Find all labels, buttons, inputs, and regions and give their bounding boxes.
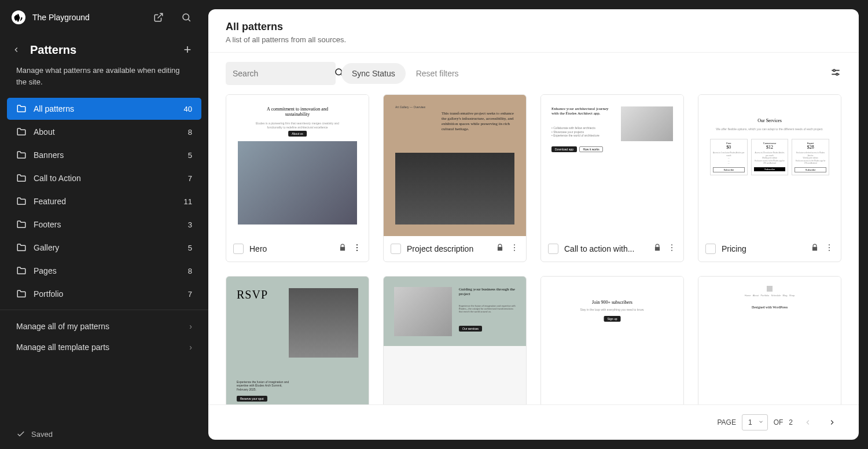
pattern-title: Pricing — [722, 244, 805, 253]
folder-icon — [16, 104, 27, 114]
svg-point-11 — [514, 247, 515, 248]
pattern-card-footer: Hero — [226, 236, 369, 262]
patterns-grid: A commitment to innovation andsustainabi… — [226, 94, 841, 404]
check-icon — [16, 429, 25, 439]
prev-page-button[interactable] — [799, 413, 817, 432]
nav-label: Featured — [34, 197, 177, 206]
svg-point-15 — [671, 250, 672, 251]
nav-count: 7 — [188, 174, 192, 183]
pattern-card[interactable]: Home About Portfolio Schedule Blog Shop … — [698, 276, 841, 404]
pattern-preview: Our Services We offer flexible options, … — [698, 95, 841, 236]
chevron-right-icon: › — [189, 343, 192, 352]
pattern-checkbox[interactable] — [233, 244, 244, 254]
nav-item-pages[interactable]: Pages 8 — [7, 260, 201, 282]
nav-item-footers[interactable]: Footers 3 — [7, 214, 201, 235]
nav-label: Pages — [34, 266, 181, 275]
main-panel: All patterns A list of all patterns from… — [208, 9, 859, 440]
panel-title: All patterns — [226, 21, 841, 33]
pattern-preview: A commitment to innovation andsustainabi… — [226, 95, 369, 236]
svg-point-9 — [356, 250, 358, 251]
sync-status-filter[interactable]: Sync Status — [341, 63, 406, 84]
svg-point-18 — [829, 250, 830, 251]
patterns-grid-scroll[interactable]: A commitment to innovation andsustainabi… — [208, 94, 859, 404]
nav-count: 5 — [188, 151, 192, 160]
pattern-categories-nav: All patterns 40 About 8 Banners 5 Call t… — [0, 98, 208, 306]
pattern-preview: RSVP Experience the fusion of imaginatio… — [226, 277, 369, 404]
chevron-down-icon — [758, 418, 764, 426]
svg-point-12 — [514, 250, 515, 251]
nav-item-banners[interactable]: Banners 5 — [7, 144, 201, 166]
back-button[interactable] — [7, 41, 25, 59]
pattern-card[interactable]: RSVP Experience the fusion of imaginatio… — [226, 276, 369, 404]
pattern-card[interactable]: Join 900+ subscribers Stay in the loop w… — [540, 276, 684, 404]
external-link-icon[interactable] — [148, 7, 169, 28]
pattern-preview: Join 900+ subscribers Stay in the loop w… — [541, 277, 683, 404]
lock-icon — [339, 244, 347, 254]
next-page-button[interactable] — [823, 413, 841, 432]
lock-icon — [811, 244, 819, 254]
folder-icon — [16, 289, 27, 299]
pattern-card[interactable]: A commitment to innovation andsustainabi… — [226, 94, 369, 262]
pattern-card[interactable]: Our Services We offer flexible options, … — [698, 94, 841, 262]
nav-count: 8 — [188, 128, 192, 137]
svg-point-2 — [336, 69, 342, 75]
pattern-card[interactable]: Enhance your architectural journey with … — [540, 94, 684, 262]
lock-icon — [496, 244, 504, 254]
more-actions-icon[interactable] — [352, 243, 362, 255]
pattern-preview: Guiding your business through the projec… — [384, 277, 526, 404]
manage-label: Manage all of my patterns — [16, 322, 109, 331]
pattern-checkbox[interactable] — [548, 244, 558, 254]
svg-point-5 — [833, 69, 835, 71]
svg-point-17 — [829, 247, 830, 248]
add-pattern-button[interactable]: + — [178, 41, 197, 59]
pattern-card-footer: Project description — [384, 236, 526, 262]
saved-label: Saved — [31, 430, 53, 439]
nav-item-featured[interactable]: Featured 11 — [7, 190, 201, 212]
manage-my-patterns-link[interactable]: Manage all of my patterns › — [7, 316, 201, 337]
folder-icon — [16, 242, 27, 253]
nav-count: 8 — [188, 267, 192, 275]
svg-point-16 — [829, 244, 830, 245]
nav-count: 5 — [188, 244, 192, 252]
total-pages: 2 — [789, 418, 793, 426]
pattern-checkbox[interactable] — [705, 244, 716, 254]
search-box[interactable] — [226, 62, 336, 85]
pattern-card[interactable]: Art Gallery — Overview This transformati… — [383, 94, 527, 262]
svg-point-14 — [671, 247, 672, 248]
saved-status: Saved — [0, 419, 208, 449]
nav-label: Banners — [34, 150, 181, 160]
reset-filters-link[interactable]: Reset filters — [411, 69, 464, 78]
pattern-checkbox[interactable] — [391, 244, 401, 254]
view-options-icon[interactable] — [830, 67, 841, 80]
site-title[interactable]: The Playground — [32, 13, 141, 22]
nav-item-call-to-action[interactable]: Call to Action 7 — [7, 167, 201, 189]
pagination: PAGE 1 OF 2 — [208, 404, 859, 440]
nav-item-all-patterns[interactable]: All patterns 40 — [7, 98, 201, 120]
nav-label: Footers — [34, 220, 181, 229]
pattern-title: Call to action with... — [564, 244, 648, 253]
nav-count: 11 — [184, 197, 192, 206]
page-select[interactable]: 1 — [742, 414, 768, 430]
pattern-card[interactable]: Guiding your business through the projec… — [383, 276, 527, 404]
more-actions-icon[interactable] — [667, 243, 676, 255]
nav-item-gallery[interactable]: Gallery 5 — [7, 237, 201, 259]
svg-point-6 — [836, 73, 838, 75]
wordpress-logo-icon[interactable] — [12, 10, 25, 24]
of-label: OF — [774, 418, 784, 426]
folder-icon — [16, 196, 27, 207]
search-icon[interactable] — [176, 7, 197, 28]
folder-icon — [16, 150, 27, 160]
search-input[interactable] — [233, 69, 334, 78]
more-actions-icon[interactable] — [825, 243, 834, 255]
panel-description: A list of all patterns from all sources. — [226, 35, 841, 44]
nav-item-portfolio[interactable]: Portfolio 7 — [7, 283, 201, 305]
nav-count: 3 — [188, 220, 192, 229]
nav-label: About — [34, 127, 181, 137]
manage-template-parts-link[interactable]: Manage all template parts › — [7, 337, 201, 358]
nav-item-about[interactable]: About 8 — [7, 121, 201, 143]
current-page: 1 — [748, 418, 752, 426]
site-header: The Playground — [0, 0, 208, 35]
manage-links: Manage all of my patterns › Manage all t… — [0, 310, 208, 363]
more-actions-icon[interactable] — [510, 243, 519, 255]
sidebar: The Playground Patterns + Manage what pa… — [0, 0, 208, 449]
